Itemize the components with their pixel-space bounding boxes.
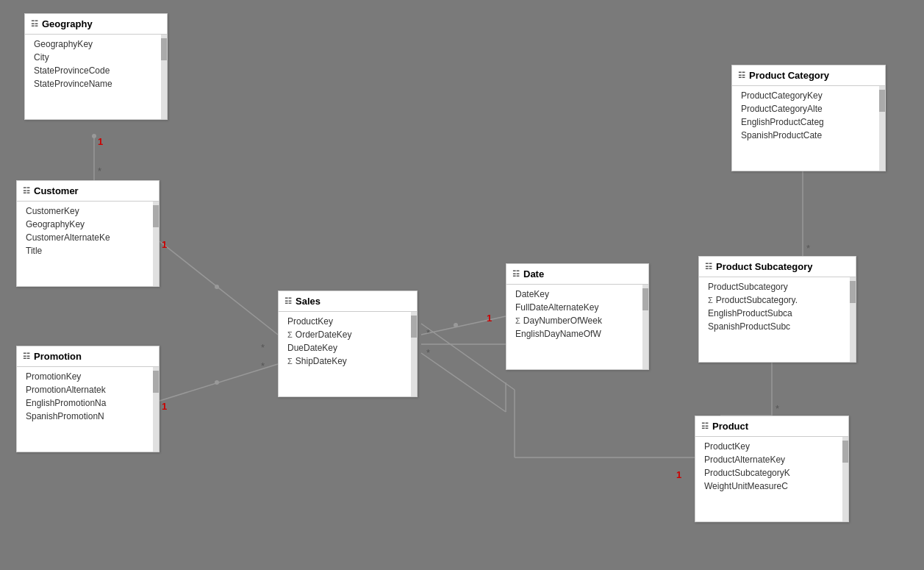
customer-table: ☷ Customer CustomerKey GeographyKey Cust… xyxy=(16,180,160,287)
table-row: EnglishPromotionNa xyxy=(17,396,159,410)
cardinality-subcat-prod-star: * xyxy=(776,403,779,414)
promotion-header: ☷ Promotion xyxy=(17,346,159,367)
table-row: Title xyxy=(17,244,159,257)
cardinality-geo-customer-1: 1 xyxy=(98,136,103,147)
table-row: ProductKey xyxy=(279,315,417,328)
table-row: GeographyKey xyxy=(17,218,159,231)
product-category-table: ☷ Product Category ProductCategoryKey Pr… xyxy=(731,65,886,171)
table-row: City xyxy=(25,51,167,64)
table-row: EnglishDayNameOfW xyxy=(506,327,648,341)
table-row: DateKey xyxy=(506,288,648,301)
product-category-body: ProductCategoryKey ProductCategoryAlte E… xyxy=(732,86,885,171)
product-subcategory-header: ☷ Product Subcategory xyxy=(699,257,856,277)
svg-line-18 xyxy=(421,324,515,390)
table-row: FullDateAlternateKey xyxy=(506,301,648,314)
table-row: ΣShipDateKey xyxy=(279,355,417,368)
product-header: ☷ Product xyxy=(695,416,848,437)
table-row: GeographyKey xyxy=(25,38,167,51)
product-subcategory-title: Product Subcategory xyxy=(716,261,812,272)
date-table: ☷ Date DateKey FullDateAlternateKey ΣDay… xyxy=(506,263,649,370)
product-subcategory-icon: ☷ xyxy=(705,262,712,271)
product-category-title: Product Category xyxy=(749,70,829,81)
customer-title: Customer xyxy=(34,185,79,196)
customer-header: ☷ Customer xyxy=(17,181,159,202)
product-subcategory-body: ProductSubcategory ΣProductSubcategory. … xyxy=(699,277,856,362)
table-row: ΣDayNumberOfWeek xyxy=(506,314,648,327)
table-row: ProductCategoryAlte xyxy=(732,102,885,115)
table-row: PromotionKey xyxy=(17,370,159,383)
sales-table-icon: ☷ xyxy=(284,296,292,306)
svg-point-7 xyxy=(454,323,458,327)
cardinality-prod-sales-1: 1 xyxy=(676,469,681,480)
svg-line-4 xyxy=(160,364,278,401)
promotion-body: PromotionKey PromotionAlternatek English… xyxy=(17,367,159,452)
sales-header: ☷ Sales xyxy=(279,291,417,312)
svg-line-6 xyxy=(421,316,506,335)
product-title: Product xyxy=(712,421,748,432)
cardinality-promo-sales-1: 1 xyxy=(162,401,167,412)
table-row: CustomerAlternateKe xyxy=(17,231,159,244)
promotion-table-icon: ☷ xyxy=(23,352,30,361)
date-body: DateKey FullDateAlternateKey ΣDayNumberO… xyxy=(506,285,648,369)
table-row: ProductCategoryKey xyxy=(732,89,885,102)
table-row: SpanishProductCate xyxy=(732,129,885,142)
customer-scrollbar[interactable] xyxy=(153,202,159,286)
sales-title: Sales xyxy=(296,296,320,307)
table-row: StateProvinceCode xyxy=(25,64,167,77)
product-category-icon: ☷ xyxy=(738,71,745,80)
svg-point-1 xyxy=(92,134,96,138)
date-title: Date xyxy=(523,268,544,279)
product-subcategory-scrollbar[interactable] xyxy=(850,277,856,362)
cardinality-sales-date2-star: * xyxy=(426,347,430,358)
sales-body: ProductKey ΣOrderDateKey DueDateKey ΣShi… xyxy=(279,312,417,396)
table-row: WeightUnitMeasureC xyxy=(695,480,848,493)
product-table-icon: ☷ xyxy=(701,421,709,431)
table-row: PromotionAlternatek xyxy=(17,383,159,396)
promotion-title: Promotion xyxy=(34,351,82,362)
svg-point-5 xyxy=(215,380,219,385)
table-row: ProductSubcategoryK xyxy=(695,466,848,480)
product-scrollbar[interactable] xyxy=(842,437,848,521)
date-header: ☷ Date xyxy=(506,264,648,285)
product-category-header: ☷ Product Category xyxy=(732,65,885,86)
date-table-icon: ☷ xyxy=(512,269,520,279)
table-row: ΣProductSubcategory. xyxy=(699,293,856,307)
table-row: ProductSubcategory xyxy=(699,280,856,293)
table-row: ProductAlternateKey xyxy=(695,453,848,466)
product-table: ☷ Product ProductKey ProductAlternateKey… xyxy=(695,416,849,522)
geography-title: Geography xyxy=(42,18,93,29)
table-row: CustomerKey xyxy=(17,204,159,218)
geography-table-icon: ☷ xyxy=(31,19,38,29)
svg-line-2 xyxy=(160,241,278,335)
table-row: EnglishProductCateg xyxy=(732,115,885,129)
table-row: ProductKey xyxy=(695,440,848,453)
table-row: StateProvinceName xyxy=(25,77,167,90)
svg-line-9 xyxy=(421,353,506,412)
cardinality-cust-sales-star: * xyxy=(261,342,265,353)
geography-table: ☷ Geography GeographyKey City StateProvi… xyxy=(24,13,168,120)
geography-header: ☷ Geography xyxy=(25,14,167,35)
cardinality-sales-date-star: * xyxy=(426,327,430,338)
cardinality-cust-sales-1: 1 xyxy=(162,239,167,250)
product-body: ProductKey ProductAlternateKey ProductSu… xyxy=(695,437,848,521)
date-scrollbar[interactable] xyxy=(642,285,648,369)
cardinality-geo-customer-star: * xyxy=(98,165,101,177)
cardinality-prodcat-subcat-star: * xyxy=(806,243,810,254)
table-row: SpanishPromotionN xyxy=(17,410,159,423)
table-row: EnglishProductSubca xyxy=(699,307,856,320)
customer-body: CustomerKey GeographyKey CustomerAlterna… xyxy=(17,202,159,286)
geography-body: GeographyKey City StateProvinceCode Stat… xyxy=(25,35,167,119)
customer-table-icon: ☷ xyxy=(23,186,30,196)
product-subcategory-table: ☷ Product Subcategory ProductSubcategory… xyxy=(698,256,856,363)
geography-scrollbar[interactable] xyxy=(161,35,167,119)
promotion-table: ☷ Promotion PromotionKey PromotionAltern… xyxy=(16,346,160,452)
sales-table: ☷ Sales ProductKey ΣOrderDateKey DueDate… xyxy=(278,291,418,397)
promotion-scrollbar[interactable] xyxy=(153,367,159,452)
product-category-scrollbar[interactable] xyxy=(879,86,885,171)
table-row: DueDateKey xyxy=(279,341,417,355)
sales-scrollbar[interactable] xyxy=(411,312,417,396)
cardinality-sales-date-1: 1 xyxy=(487,313,492,324)
svg-point-3 xyxy=(215,285,219,289)
table-row: ΣOrderDateKey xyxy=(279,328,417,341)
cardinality-promo-sales-star: * xyxy=(261,360,265,371)
